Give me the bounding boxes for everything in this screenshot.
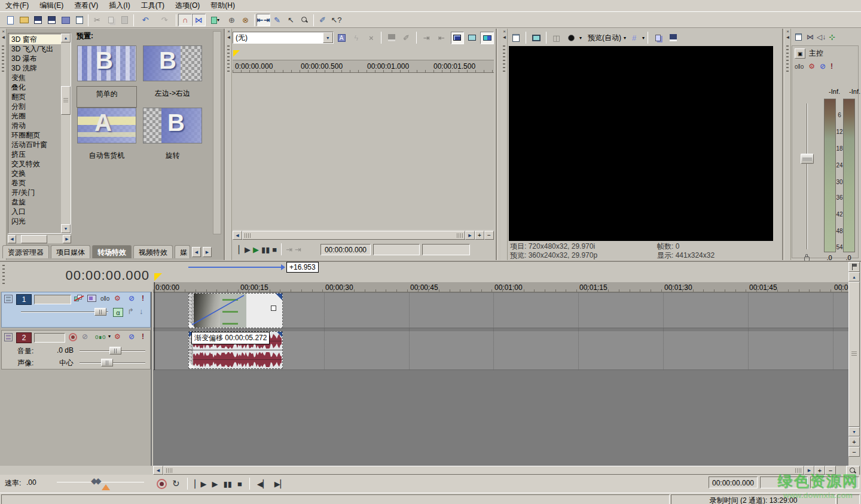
loop-out-icon[interactable]: ⇥: [295, 245, 301, 254]
menu-file[interactable]: 文件(F): [0, 0, 34, 13]
composite-mode-icon[interactable]: α: [113, 308, 123, 317]
close-icon[interactable]: ×: [1, 29, 6, 35]
track-name-field[interactable]: [34, 295, 71, 304]
close-icon[interactable]: ×: [502, 29, 507, 35]
close-icon[interactable]: ×: [226, 29, 231, 35]
tab-transitions[interactable]: 转场特效: [92, 245, 132, 258]
track-number-badge[interactable]: 1: [16, 294, 32, 305]
menu-edit[interactable]: 编辑(E): [34, 0, 69, 13]
list-item[interactable]: 滑动: [10, 121, 61, 130]
list-item[interactable]: 交叉特效: [10, 159, 61, 169]
zoom-in-icon[interactable]: +: [814, 466, 825, 475]
fx-hscrollbar[interactable]: ◀ ▶ + −: [233, 231, 494, 240]
scroll-down-icon[interactable]: ▼: [848, 427, 860, 436]
master-fader-handle[interactable]: [801, 154, 814, 164]
stop-icon[interactable]: ■: [272, 245, 277, 254]
open-icon[interactable]: [17, 14, 31, 26]
mixer-properties-icon[interactable]: [793, 31, 804, 44]
track-fx-icon[interactable]: ⚙: [114, 294, 121, 303]
list-item[interactable]: 3D 飞入/飞出: [10, 44, 61, 54]
list-item[interactable]: 开/关门: [10, 188, 61, 197]
list-item[interactable]: 叠化: [10, 83, 61, 92]
zoom-edit-tool-icon[interactable]: [298, 14, 312, 26]
zoom-in-icon[interactable]: +: [475, 231, 484, 240]
cut-icon[interactable]: ✂: [90, 14, 104, 26]
presets-vscrollbar[interactable]: [213, 31, 221, 234]
menu-options[interactable]: 选项(O): [170, 0, 205, 13]
zoom-in-vertical-icon[interactable]: +: [848, 436, 860, 447]
close-icon[interactable]: ×: [785, 29, 790, 35]
master-fader-track[interactable]: [807, 103, 808, 249]
master-solo-icon[interactable]: !: [831, 62, 833, 71]
tab-media-generators[interactable]: 媒: [175, 245, 190, 258]
loop-playback-icon[interactable]: ↻: [172, 478, 180, 489]
fade-handle-icon[interactable]: [277, 332, 282, 337]
edit-zoom-tool-button[interactable]: [846, 466, 860, 475]
timeline-grip-dots[interactable]: [2, 265, 5, 286]
enable-snapping-icon[interactable]: ∩: [178, 14, 192, 26]
fx-ruler[interactable]: 0:00:00.000 00:00:00.500 00:00:01.000 00…: [233, 60, 494, 73]
list-vscrollbar[interactable]: ▲ ▼: [61, 33, 71, 233]
list-item[interactable]: 3D 窗帘: [10, 35, 61, 44]
list-item[interactable]: 翻页: [10, 92, 61, 102]
track-mute-icon[interactable]: ⊘: [129, 294, 135, 303]
pause-icon[interactable]: ▮▮: [261, 245, 270, 254]
fade-handle-icon[interactable]: [276, 294, 282, 300]
auto-crossfade-icon[interactable]: ⋈: [192, 14, 206, 26]
record-button[interactable]: [157, 479, 167, 489]
render-as-icon[interactable]: [45, 14, 59, 26]
clip-corner-handle-icon[interactable]: [189, 322, 195, 328]
menu-view[interactable]: 查看(V): [69, 0, 103, 13]
pause-icon[interactable]: ▮▮: [224, 479, 232, 488]
scroll-left-icon[interactable]: ◀: [233, 231, 242, 240]
hscroll-thumb[interactable]: [163, 466, 804, 475]
external-monitor-icon[interactable]: [529, 32, 543, 44]
scroll-right-icon[interactable]: ▶: [63, 235, 71, 243]
fx-marker-yellow[interactable]: [233, 50, 240, 57]
view-ab-roll-icon[interactable]: [451, 32, 465, 44]
track-motion-icon[interactable]: [87, 295, 96, 302]
scroll-left-icon[interactable]: ◀: [153, 466, 163, 475]
play-icon[interactable]: ▶: [253, 245, 259, 254]
edit-cursor[interactable]: [154, 282, 155, 370]
play-from-start-icon[interactable]: ▏▶: [195, 479, 207, 488]
list-item[interactable]: 交换: [10, 169, 61, 178]
go-to-start-icon[interactable]: ◀▏: [257, 479, 269, 488]
tab-project-media[interactable]: 项目媒体: [51, 245, 90, 258]
track-header-video-1[interactable]: 1 o‖o ⚙ ⊘ ! α ↱ ↓: [1, 292, 151, 328]
plugin-help-icon[interactable]: ✐: [399, 32, 413, 44]
remove-fx-icon[interactable]: ×: [364, 32, 378, 44]
preset-thumbnail[interactable]: B: [77, 45, 136, 81]
sync-cursor-out-icon[interactable]: ⇤: [435, 32, 448, 44]
hscroll-thumb[interactable]: [242, 231, 465, 240]
normal-edit-tool-icon[interactable]: ⇤⇥: [257, 14, 270, 26]
scroll-up-icon[interactable]: ▲: [61, 33, 71, 42]
preset-thumbnail[interactable]: B: [143, 108, 202, 143]
tabs-scroll-left-icon[interactable]: ◀: [192, 247, 201, 257]
timeline-hscrollbar[interactable]: ◀ ▶ + −: [153, 466, 838, 475]
panel-grip[interactable]: × ◄: [0, 29, 7, 260]
panel-grip[interactable]: × ◄: [784, 29, 791, 260]
add-keyframe-icon[interactable]: ϟ: [350, 32, 364, 44]
tab-video-fx[interactable]: 视频特效: [133, 245, 173, 258]
zoom-out-icon[interactable]: −: [484, 231, 494, 240]
master-fx-icon[interactable]: ⚙: [808, 62, 815, 71]
composite-parent-icon[interactable]: ↓: [139, 307, 144, 316]
play-from-start-icon[interactable]: ▏▶: [239, 245, 251, 254]
properties-icon[interactable]: [72, 14, 86, 26]
list-item[interactable]: 活动百叶窗: [10, 140, 61, 149]
fade-envelope-line[interactable]: [189, 294, 283, 328]
fx-field-3[interactable]: [422, 244, 470, 255]
whats-this-help-icon[interactable]: ↖?: [329, 14, 343, 26]
selection-edit-tool-icon[interactable]: ↖: [284, 14, 298, 26]
pan-slider-handle[interactable]: [101, 359, 113, 366]
list-item[interactable]: 3D 瀑布: [10, 54, 61, 63]
invert-phase-icon[interactable]: ⊘: [82, 332, 88, 341]
track-level-slider-handle[interactable]: [94, 308, 106, 316]
vscroll-thumb[interactable]: [61, 86, 71, 115]
go-to-end-icon[interactable]: ▶▏: [274, 479, 286, 488]
project-properties-icon[interactable]: [509, 32, 523, 44]
preset-thumbnail[interactable]: A: [77, 108, 136, 143]
preset-card-left-right[interactable]: B 左边->右边: [143, 45, 203, 112]
track-minimize-icon[interactable]: [4, 295, 13, 303]
